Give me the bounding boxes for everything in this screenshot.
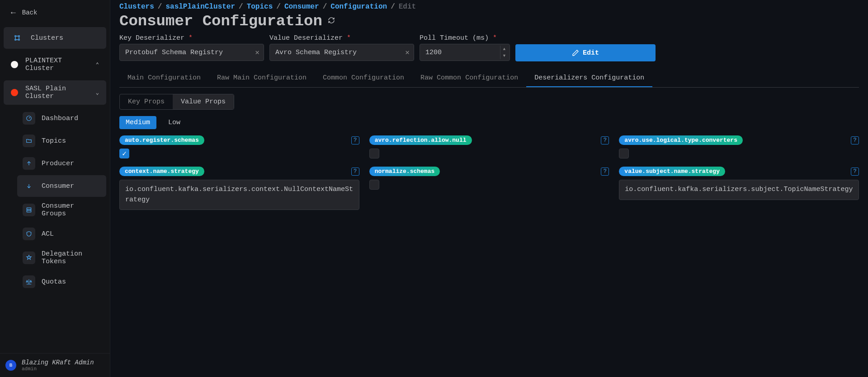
value-deserializer-input[interactable] [269, 44, 414, 61]
prop-name-badge: value.subject.name.strategy [619, 167, 725, 176]
tab-deserializers-config[interactable]: Deserializers Configuration [526, 70, 652, 87]
breadcrumb-link[interactable]: Clusters [119, 3, 154, 11]
help-icon[interactable]: ? [351, 168, 359, 176]
key-deserializer-group: Key Deserializer * ✕ [119, 34, 264, 61]
status-dot-icon [11, 61, 18, 68]
pill-medium[interactable]: Medium [119, 116, 156, 129]
list-icon [23, 204, 35, 216]
page-title: Consumer Configuration [119, 13, 859, 30]
help-icon[interactable]: ? [851, 136, 859, 144]
prop-text-value[interactable]: io.confluent.kafka.serializers.subject.T… [619, 180, 859, 200]
gauge-icon [23, 112, 35, 125]
property-grid: auto.register.schemas ? ✓ avro.reflectio… [119, 135, 859, 210]
tab-raw-main-config[interactable]: Raw Main Configuration [209, 70, 315, 87]
user-role: admin [22, 366, 94, 372]
cluster-group-label: SASL Plain Cluster [25, 85, 89, 100]
poll-timeout-input[interactable] [420, 44, 510, 61]
cluster-group-label: PLAINTEXT Cluster [25, 57, 89, 72]
sidebar-item-acl[interactable]: ACL [17, 223, 106, 245]
sidebar-item-label: Quotas [42, 278, 66, 286]
subtab-key-props[interactable]: Key Props [120, 94, 173, 109]
download-icon [23, 180, 35, 192]
sidebar-submenu: Dashboard Topics Producer Consumer Consu… [17, 107, 110, 293]
prop-avro-reflection-allow-null: avro.reflection.allow.null ? [369, 135, 609, 158]
chevron-down-icon: ⌄ [96, 89, 99, 96]
refresh-icon[interactable] [328, 17, 335, 26]
prop-text-value[interactable]: io.confluent.kafka.serializers.context.N… [119, 180, 359, 210]
spinner-up-icon[interactable]: ▲ [500, 46, 508, 52]
sidebar-clusters[interactable]: Clusters [4, 27, 106, 49]
poll-timeout-label: Poll Timeout (ms) * [420, 34, 510, 42]
edit-button[interactable]: Edit [515, 44, 656, 61]
prop-normalize-schemas: normalize.schemas ? [369, 167, 609, 210]
prop-value-subject-name-strategy: value.subject.name.strategy ? io.conflue… [619, 167, 859, 210]
sidebar: ← Back Clusters PLAINTEXT Cluster ⌃ SASL… [0, 0, 110, 377]
clear-icon[interactable]: ✕ [255, 48, 259, 57]
svg-point-1 [19, 36, 20, 37]
prop-checkbox[interactable] [619, 149, 629, 158]
svg-rect-5 [27, 208, 31, 212]
star-icon [23, 251, 35, 264]
cluster-group-sasl[interactable]: SASL Plain Cluster ⌄ [4, 80, 106, 105]
prop-checkbox[interactable] [369, 180, 379, 190]
sidebar-item-consumer[interactable]: Consumer [17, 175, 106, 197]
subtab-value-props[interactable]: Value Props [173, 94, 234, 109]
prop-name-badge: avro.use.logical.type.converters [619, 135, 743, 145]
help-icon[interactable]: ? [851, 168, 859, 176]
scale-icon [23, 275, 35, 288]
status-dot-icon [11, 89, 18, 96]
breadcrumb-current: Edit [399, 3, 416, 11]
pencil-icon [572, 49, 579, 56]
tab-raw-common-config[interactable]: Raw Common Configuration [412, 70, 526, 87]
user-name: Blazing KRaft Admin [22, 359, 94, 366]
chevron-up-icon: ⌃ [96, 61, 99, 68]
breadcrumb-link[interactable]: Configuration [330, 3, 387, 11]
sidebar-item-quotas[interactable]: Quotas [17, 271, 106, 293]
prop-checkbox[interactable]: ✓ [119, 149, 129, 158]
sidebar-item-dashboard[interactable]: Dashboard [17, 107, 106, 129]
breadcrumb-link[interactable]: saslPlainCluster [165, 3, 235, 11]
prop-name-badge: normalize.schemas [369, 167, 440, 176]
sidebar-item-label: Consumer Groups [42, 202, 101, 218]
tab-main-config[interactable]: Main Configuration [119, 70, 209, 87]
spinner-down-icon[interactable]: ▼ [500, 52, 508, 59]
breadcrumb-link[interactable]: Topics [247, 3, 273, 11]
sidebar-item-label: Producer [42, 160, 74, 168]
prop-name-badge: avro.reflection.allow.null [369, 135, 472, 145]
back-label: Back [22, 9, 38, 16]
sidebar-item-topics[interactable]: Topics [17, 130, 106, 152]
cluster-group-plaintext[interactable]: PLAINTEXT Cluster ⌃ [4, 52, 106, 77]
prop-auto-register-schemas: auto.register.schemas ? ✓ [119, 135, 359, 158]
sidebar-item-producer[interactable]: Producer [17, 153, 106, 174]
value-deserializer-group: Value Deserializer * ✕ [269, 34, 414, 61]
help-icon[interactable]: ? [601, 136, 609, 144]
svg-point-3 [19, 39, 20, 41]
prop-avro-use-logical-type-converters: avro.use.logical.type.converters ? [619, 135, 859, 158]
breadcrumb-link[interactable]: Consumer [284, 3, 319, 11]
main-content: Clusters/ saslPlainCluster/ Topics/ Cons… [110, 0, 868, 377]
sidebar-item-label: Topics [42, 137, 66, 145]
shield-icon [23, 228, 35, 240]
key-deserializer-label: Key Deserializer * [119, 34, 264, 42]
avatar: B [5, 360, 16, 371]
arrow-left-icon: ← [11, 8, 16, 17]
clear-icon[interactable]: ✕ [405, 48, 410, 57]
pill-low[interactable]: Low [162, 116, 187, 129]
form-row: Key Deserializer * ✕ Value Deserializer … [119, 34, 859, 61]
sidebar-item-label: Consumer [42, 182, 74, 190]
prop-name-badge: context.name.strategy [119, 167, 204, 176]
help-icon[interactable]: ? [601, 168, 609, 176]
poll-timeout-group: Poll Timeout (ms) * ▲ ▼ [420, 34, 510, 61]
help-icon[interactable]: ? [351, 136, 359, 144]
sidebar-item-consumer-groups[interactable]: Consumer Groups [17, 198, 106, 222]
sidebar-item-label: Delegation Tokens [42, 250, 101, 265]
prop-checkbox[interactable] [369, 149, 379, 158]
sidebar-footer[interactable]: B Blazing KRaft Admin admin [0, 353, 110, 377]
tab-common-config[interactable]: Common Configuration [315, 70, 412, 87]
folder-icon [23, 135, 35, 147]
back-button[interactable]: ← Back [4, 4, 106, 22]
sidebar-item-delegation-tokens[interactable]: Delegation Tokens [17, 246, 106, 270]
key-deserializer-input[interactable] [119, 44, 264, 61]
breadcrumb: Clusters/ saslPlainCluster/ Topics/ Cons… [119, 3, 859, 11]
svg-point-0 [15, 36, 16, 37]
